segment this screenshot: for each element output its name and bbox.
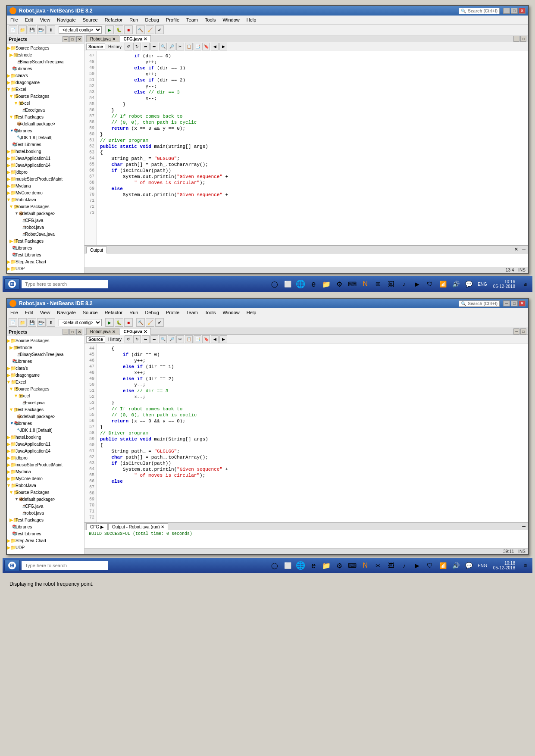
close-button-2[interactable]: ✕ bbox=[519, 300, 526, 306]
tree-dragongame-2[interactable]: ▶📁 dragongame bbox=[8, 372, 83, 378]
tree-test-pkg-1[interactable]: ▼📁 Test Packages bbox=[8, 113, 83, 120]
app-icon-mail-1[interactable]: ✉ bbox=[372, 278, 384, 290]
etb-btn-6[interactable]: 🔎 bbox=[168, 43, 175, 50]
app-icon-gear-2[interactable]: ⚙ bbox=[334, 560, 345, 571]
tree-claras-2[interactable]: ▶📁 clara's bbox=[8, 365, 83, 372]
tree-stepchart-2[interactable]: ▶📁 Step Area Chart bbox=[8, 537, 83, 544]
app-icon-security-1[interactable]: 🛡 bbox=[424, 278, 435, 290]
app-icon-gear-1[interactable]: ⚙ bbox=[334, 278, 345, 290]
etb-btn-5[interactable]: 🔍 bbox=[159, 43, 167, 50]
menu-source-2[interactable]: Source bbox=[81, 309, 100, 316]
menu-refactor-2[interactable]: Refactor bbox=[103, 309, 125, 316]
cortana-icon-2[interactable]: ◯ bbox=[269, 560, 280, 571]
menu-window-2[interactable]: Window bbox=[221, 309, 241, 316]
tree-robot-defpkg-1[interactable]: ▼📦 <default package> bbox=[8, 210, 83, 217]
menu-team-1[interactable]: Team bbox=[185, 16, 200, 23]
tree-test-pkg-2[interactable]: ▼📁 Test Packages bbox=[8, 406, 83, 413]
tb-debug-run-2[interactable]: 🐛 bbox=[115, 318, 123, 327]
tree-robotjava2-1[interactable]: ☕ robot.java bbox=[8, 224, 83, 231]
tb-debug-run-1[interactable]: 🐛 bbox=[115, 25, 123, 34]
minimize-button-1[interactable]: ─ bbox=[503, 8, 510, 14]
tree-libs2-1[interactable]: 📚 Libraries bbox=[8, 244, 83, 251]
tb-stop-1[interactable]: ■ bbox=[124, 25, 133, 34]
etb2-btn-3[interactable]: ⬅ bbox=[142, 335, 150, 343]
tree-udp-2[interactable]: ▶📁 UDP bbox=[8, 544, 83, 551]
etb-btn-7[interactable]: ✂ bbox=[176, 43, 184, 50]
tree-testlibs-1[interactable]: 📚 Test Libraries bbox=[8, 141, 83, 148]
tab-robotjava-2[interactable]: Robot.java ✕ bbox=[86, 328, 119, 335]
tree-default-pkg-1[interactable]: 📦 <default package> bbox=[8, 120, 83, 127]
minimize-button-2[interactable]: ─ bbox=[503, 300, 510, 306]
close-button-1[interactable]: ✕ bbox=[519, 8, 526, 14]
tree-robot-src-1[interactable]: ▼📁 Source Packages bbox=[8, 203, 83, 210]
panel-maximize-1[interactable]: □ bbox=[69, 36, 75, 42]
tree-binarysearchtree-1[interactable]: ☕ BinarySearchTree.java bbox=[8, 58, 83, 65]
menu-refactor-1[interactable]: Refactor bbox=[103, 16, 125, 23]
tb-new-2[interactable]: 📄 bbox=[9, 318, 17, 327]
tree-excel-sub-2[interactable]: ▼📁 excel bbox=[8, 392, 83, 399]
config-dropdown-1[interactable]: <default config> bbox=[59, 26, 102, 34]
tb-backup-1[interactable]: ⬆ bbox=[47, 25, 55, 34]
show-desktop-1[interactable]: 🖥 bbox=[519, 278, 531, 290]
tree-cfgjava-1[interactable]: ☕ CFG.java bbox=[8, 217, 83, 224]
etb-btn-12[interactable]: ▶ bbox=[219, 43, 227, 50]
menu-help-1[interactable]: Help bbox=[245, 16, 258, 23]
menu-run-2[interactable]: Run bbox=[128, 309, 140, 316]
title-search-1[interactable]: 🔍 Search (Ctrl+I) bbox=[459, 8, 500, 14]
tree-mycore-2[interactable]: ▶📁 MyCore demo bbox=[8, 475, 83, 482]
app-icon-media-2[interactable]: ▶ bbox=[411, 560, 422, 571]
app-icon-music-2[interactable]: ♪ bbox=[398, 560, 410, 571]
app-icon-music-1[interactable]: ♪ bbox=[398, 278, 410, 290]
notification-icon-1[interactable]: 💬 bbox=[463, 278, 474, 290]
code-area-2[interactable]: 4445464748 4950515253 5455565758 5960616… bbox=[84, 344, 528, 522]
panel-minimize-2[interactable]: ─ bbox=[63, 329, 69, 335]
etb2-btn-8[interactable]: 📋 bbox=[185, 335, 193, 343]
app-icon-chrome-1[interactable]: 🌐 bbox=[295, 278, 306, 290]
tab-cfgjava-1[interactable]: CFG.java ✕ bbox=[120, 35, 151, 42]
tb-save-2[interactable]: 💾 bbox=[28, 318, 36, 327]
app-icon-media-1[interactable]: ▶ bbox=[411, 278, 422, 290]
tree-libraries-2a[interactable]: 📚 Libraries bbox=[8, 358, 83, 365]
output-run-tab-2[interactable]: Output - Robot.java (run) ✕ bbox=[108, 523, 168, 530]
editor-maximize-2[interactable]: □ bbox=[520, 328, 526, 334]
tb-run-2[interactable]: ▶ bbox=[105, 318, 114, 327]
tree-source-packages-2[interactable]: ▶📁 Source Packages bbox=[8, 337, 83, 344]
tree-testnode-1[interactable]: ▶📁 testnode bbox=[8, 51, 83, 58]
tree-source-packages-1[interactable]: ▶📁 Source Packages bbox=[8, 44, 83, 51]
etb2-btn-2[interactable]: ↻ bbox=[133, 335, 141, 343]
menu-edit-2[interactable]: Edit bbox=[23, 309, 35, 316]
editor-minimize-2[interactable]: ─ bbox=[513, 328, 519, 334]
etb2-btn-4[interactable]: ➡ bbox=[150, 335, 158, 343]
tree-jdk-1[interactable]: 🔧 JDK 1.8 [Default] bbox=[8, 134, 83, 141]
tb-build-2[interactable]: 🔨 bbox=[136, 318, 145, 327]
tree-testnode-2[interactable]: ▶📁 testnode bbox=[8, 344, 83, 351]
tree-stepchart-1[interactable]: ▶📁 Step Area Chart bbox=[8, 258, 83, 265]
menu-debug-1[interactable]: Debug bbox=[143, 16, 160, 23]
tree-javaapp11-1[interactable]: ▶📁 JavaApplication11 bbox=[8, 155, 83, 162]
tree-libs2-2[interactable]: 📚 Libraries bbox=[8, 523, 83, 530]
config-dropdown-2[interactable]: <default config> bbox=[59, 319, 102, 326]
app-icon-mail-2[interactable]: ✉ bbox=[372, 560, 384, 571]
tb-clean-1[interactable]: 🧹 bbox=[146, 25, 154, 34]
tree-mydana-2[interactable]: ▶📁 Mydana bbox=[8, 468, 83, 475]
tree-view-1[interactable]: ▶📁 Source Packages ▶📁 testnode ☕ BinaryS… bbox=[7, 44, 84, 273]
menu-file-1[interactable]: File bbox=[9, 16, 20, 23]
etb-btn-1[interactable]: ↺ bbox=[125, 43, 132, 50]
tree-robot-defpkg-2[interactable]: ▼📦 <default package> bbox=[8, 496, 83, 503]
etb-btn-3[interactable]: ⬅ bbox=[142, 43, 150, 50]
tree-testlibs2-2[interactable]: 📚 Test Libraries bbox=[8, 530, 83, 537]
output-minimize-1[interactable]: ─ bbox=[521, 246, 526, 253]
tree-jdbpro-2[interactable]: ▶📁 jdbpro bbox=[8, 454, 83, 461]
tree-robotjava-2[interactable]: ▼📁 RobotJava bbox=[8, 482, 83, 489]
etb2-btn-1[interactable]: ↺ bbox=[125, 335, 132, 343]
app-icon-files-1[interactable]: 📁 bbox=[321, 278, 332, 290]
start-button-1[interactable]: ⊞ bbox=[4, 278, 20, 290]
etb2-btn-12[interactable]: ▶ bbox=[219, 335, 227, 343]
source-tab-2[interactable]: Source bbox=[86, 336, 105, 343]
tb-build-1[interactable]: 🔨 bbox=[136, 25, 145, 34]
taskbar-search-2[interactable] bbox=[22, 561, 108, 570]
history-tab-2[interactable]: History bbox=[106, 337, 123, 342]
menu-view-1[interactable]: View bbox=[38, 16, 52, 23]
tree-mycore-1[interactable]: ▶📁 MyCore demo bbox=[8, 189, 83, 196]
etb2-btn-6[interactable]: 🔎 bbox=[168, 335, 175, 343]
